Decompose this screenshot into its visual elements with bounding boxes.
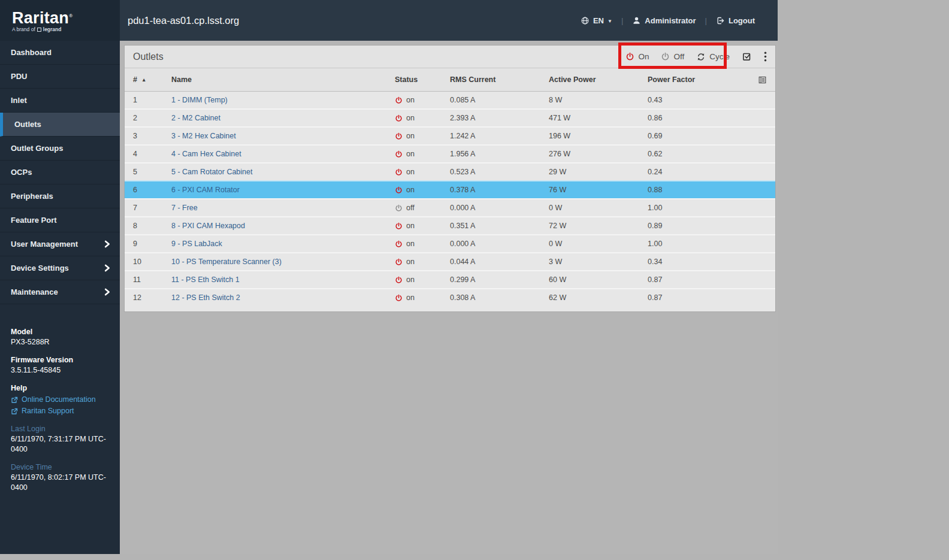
outlet-name-link[interactable]: 12 - PS Eth Switch 2 [171, 293, 240, 302]
outlet-row[interactable]: 88 - PXI CAM Hexapodon0.351 A72 W0.89 [125, 216, 775, 234]
power-on-button[interactable]: On [625, 52, 649, 61]
sidebar: DashboardPDUInletOutletsOutlet GroupsOCP… [0, 41, 120, 554]
top-controls: EN ▼ | Administrator | Logout [581, 16, 778, 25]
sidebar-item-user-management[interactable]: User Management [0, 232, 120, 256]
power-status-icon [395, 240, 403, 248]
sidebar-item-feature-port[interactable]: Feature Port [0, 208, 120, 232]
sidebar-item-maintenance[interactable]: Maintenance [0, 280, 120, 304]
power-status-icon [395, 258, 403, 266]
power-status-icon [395, 150, 403, 158]
outlet-name-link[interactable]: 10 - PS Temperature Scanner (3) [171, 258, 282, 266]
outlet-rms-current: 0.000 A [450, 204, 549, 212]
outlet-rms-current: 0.523 A [450, 168, 549, 176]
power-status-icon [395, 222, 403, 230]
outlet-status: off [395, 204, 450, 212]
column-header-number[interactable]: #▲ [133, 75, 171, 84]
power-icon [625, 52, 634, 61]
sidebar-item-pdu[interactable]: PDU [0, 65, 120, 89]
column-header-active-power[interactable]: Active Power [549, 75, 648, 84]
user-menu[interactable]: Administrator [632, 16, 696, 25]
outlet-row[interactable]: 66 - PXI CAM Rotatoron0.378 A76 W0.88 [125, 180, 775, 198]
sidebar-item-label: Outlets [14, 120, 41, 129]
outlet-power-factor: 0.34 [648, 258, 751, 266]
sidebar-item-label: PDU [11, 72, 27, 81]
outlet-status: on [395, 132, 450, 140]
sidebar-item-dashboard[interactable]: Dashboard [0, 41, 120, 65]
outlet-name-link[interactable]: 1 - DIMM (Temp) [171, 96, 228, 104]
power-cycle-button[interactable]: Cycle [696, 52, 730, 62]
outlet-number: 12 [133, 293, 171, 302]
outlet-rms-current: 0.299 A [450, 276, 549, 284]
model-value: PX3-5288R [11, 337, 111, 347]
outlet-name-link[interactable]: 5 - Cam Rotator Cabinet [171, 168, 252, 176]
user-icon [632, 16, 641, 25]
outlet-power-factor: 0.87 [648, 293, 751, 302]
outlet-name-link[interactable]: 4 - Cam Hex Cabinet [171, 150, 241, 158]
outlet-row[interactable]: 99 - PS LabJackon0.000 A0 W1.00 [125, 234, 775, 252]
outlet-active-power: 276 W [549, 150, 648, 158]
power-status-icon [395, 186, 403, 194]
outlet-number: 4 [133, 150, 171, 158]
power-icon [661, 52, 670, 61]
brand-tagline: A brand of legrand [12, 26, 120, 32]
outlet-power-factor: 0.62 [648, 150, 751, 158]
outlet-power-factor: 0.69 [648, 132, 751, 140]
raritan-support-link[interactable]: Raritan Support [11, 406, 111, 416]
external-link-icon [11, 396, 18, 404]
outlet-status: on [395, 186, 450, 194]
sidebar-nav: DashboardPDUInletOutletsOutlet GroupsOCP… [0, 41, 120, 304]
sidebar-item-outlet-groups[interactable]: Outlet Groups [0, 137, 120, 161]
outlet-power-factor: 0.87 [648, 276, 751, 284]
sidebar-item-device-settings[interactable]: Device Settings [0, 256, 120, 280]
help-label: Help [11, 383, 111, 393]
outlet-row[interactable]: 22 - M2 Cabineton2.393 A471 W0.86 [125, 108, 775, 126]
select-rows-button[interactable] [742, 52, 752, 62]
outlet-active-power: 0 W [549, 240, 648, 248]
sidebar-item-label: OCPs [11, 168, 32, 177]
sidebar-item-outlets[interactable]: Outlets [0, 113, 120, 137]
divider: | [705, 16, 707, 25]
outlet-row[interactable]: 1010 - PS Temperature Scanner (3)on0.044… [125, 252, 775, 270]
power-status-icon [395, 276, 403, 284]
power-status-icon [395, 168, 403, 176]
outlet-status: on [395, 96, 450, 104]
more-actions-button[interactable] [764, 52, 767, 62]
language-selector[interactable]: EN ▼ [581, 16, 612, 25]
sidebar-item-label: Dashboard [11, 48, 52, 57]
outlet-row[interactable]: 55 - Cam Rotator Cabineton0.523 A29 W0.2… [125, 162, 775, 180]
outlet-name-link[interactable]: 2 - M2 Cabinet [171, 114, 220, 122]
outlet-name-link[interactable]: 7 - Free [171, 204, 198, 212]
outlet-name-link[interactable]: 6 - PXI CAM Rotator [171, 186, 240, 194]
outlet-power-factor: 0.86 [648, 114, 751, 122]
outlet-power-factor: 0.89 [648, 222, 751, 230]
column-header-status[interactable]: Status [395, 75, 450, 84]
column-settings-button[interactable] [758, 75, 767, 84]
power-status-icon [395, 204, 403, 212]
outlet-row[interactable]: 1111 - PS Eth Switch 1on0.299 A60 W0.87 [125, 270, 775, 288]
outlet-row[interactable]: 33 - M2 Hex Cabineton1.242 A196 W0.69 [125, 126, 775, 144]
outlet-name-link[interactable]: 8 - PXI CAM Hexapod [171, 222, 245, 230]
sidebar-item-ocps[interactable]: OCPs [0, 161, 120, 184]
outlet-name-link[interactable]: 9 - PS LabJack [171, 240, 222, 248]
online-documentation-link[interactable]: Online Documentation [11, 395, 111, 405]
kebab-menu-icon [764, 52, 767, 62]
column-header-power-factor[interactable]: Power Factor [648, 75, 751, 84]
outlet-row[interactable]: 1212 - PS Eth Switch 2on0.308 A62 W0.87 [125, 288, 775, 306]
outlet-row[interactable]: 11 - DIMM (Temp)on0.085 A8 W0.43 [125, 92, 775, 108]
sidebar-item-inlet[interactable]: Inlet [0, 89, 120, 113]
outlets-panel: Outlets On Off [124, 45, 776, 312]
outlet-power-factor: 1.00 [648, 204, 751, 212]
outlet-row[interactable]: 44 - Cam Hex Cabineton1.956 A276 W0.62 [125, 144, 775, 162]
external-link-icon [11, 408, 18, 415]
column-header-rms-current[interactable]: RMS Current [450, 75, 549, 84]
power-off-button[interactable]: Off [661, 52, 684, 61]
logout-button[interactable]: Logout [716, 16, 755, 25]
logout-label: Logout [729, 16, 755, 25]
outlet-active-power: 8 W [549, 96, 648, 104]
outlet-name-link[interactable]: 11 - PS Eth Switch 1 [171, 276, 240, 284]
sidebar-info: Model PX3-5288R Firmware Version 3.5.11.… [0, 327, 120, 501]
sidebar-item-peripherals[interactable]: Peripherals [0, 184, 120, 208]
outlet-row[interactable]: 77 - Freeoff0.000 A0 W1.00 [125, 198, 775, 216]
column-header-name[interactable]: Name [171, 75, 395, 84]
outlet-name-link[interactable]: 3 - M2 Hex Cabinet [171, 132, 236, 140]
